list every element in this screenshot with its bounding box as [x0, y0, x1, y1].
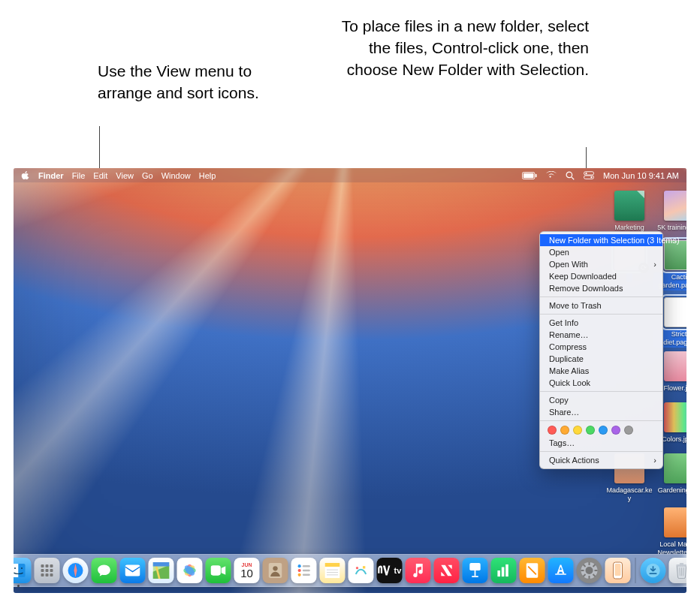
menubar-clock[interactable]: Mon Jun 10 9:41 AM [603, 171, 679, 180]
menu-item-open-with[interactable]: Open With [540, 258, 662, 270]
dock-safari[interactable] [63, 558, 89, 583]
file-5k-training[interactable]: 5K training.jpg [653, 191, 686, 233]
svg-line-70 [680, 567, 680, 576]
svg-point-3 [566, 172, 572, 178]
svg-point-9 [14, 567, 16, 569]
dock-launchpad[interactable] [35, 558, 60, 583]
dock-photos[interactable] [177, 558, 203, 583]
svg-line-72 [683, 567, 684, 576]
callout-leader-line [99, 126, 100, 168]
svg-point-55 [586, 567, 593, 574]
dock-news[interactable] [434, 558, 460, 583]
svg-rect-14 [41, 569, 44, 572]
svg-rect-15 [46, 569, 49, 572]
menu-item-new-folder-with-selection[interactable]: New Folder with Selection (3 Items) [540, 234, 662, 246]
dock-iphone-mirroring[interactable] [605, 558, 631, 583]
battery-icon[interactable] [522, 172, 537, 179]
svg-rect-38 [325, 563, 340, 567]
dock-finder[interactable] [14, 558, 32, 583]
svg-rect-19 [50, 573, 53, 576]
dock-appstore[interactable] [548, 558, 574, 583]
svg-rect-51 [505, 564, 508, 576]
menu-item-open[interactable]: Open [540, 246, 662, 258]
svg-rect-69 [680, 563, 683, 564]
dock-pages[interactable] [520, 558, 545, 583]
dock-tv[interactable]: tv [377, 558, 403, 583]
menu-view[interactable]: View [116, 171, 134, 180]
menu-item-quick-actions[interactable]: Quick Actions [540, 454, 662, 466]
dock-maps[interactable] [149, 558, 174, 583]
menu-item-move-to-trash[interactable]: Move to Trash [540, 300, 662, 312]
apple-logo-icon[interactable] [21, 171, 30, 180]
dock-music[interactable] [406, 558, 431, 583]
svg-rect-16 [50, 569, 53, 572]
dock-freeform[interactable] [348, 558, 374, 583]
dock: JUN 10 tv [14, 554, 686, 587]
menubar-app-name[interactable]: Finder [38, 171, 64, 180]
spotlight-icon[interactable] [566, 171, 575, 180]
svg-rect-43 [354, 563, 369, 578]
dock-trash[interactable] [669, 558, 687, 583]
menu-item-rename[interactable]: Rename… [540, 329, 662, 341]
menu-go[interactable]: Go [142, 171, 153, 180]
wifi-icon[interactable] [546, 171, 557, 179]
menu-item-copy[interactable]: Copy [540, 394, 662, 406]
dock-messages[interactable] [92, 558, 117, 583]
menu-help[interactable]: Help [199, 171, 216, 180]
menu-item-compress[interactable]: Compress [540, 341, 662, 353]
svg-point-8 [590, 176, 592, 178]
menu-item-quick-look[interactable]: Quick Look [540, 377, 662, 389]
svg-rect-49 [497, 570, 500, 576]
dock-reminders[interactable] [291, 558, 317, 583]
menu-item-get-info[interactable]: Get Info [540, 317, 662, 329]
annotation-callouts: Use the View menu to arrange and sort ic… [0, 0, 700, 168]
tag-color-dot[interactable] [573, 426, 582, 435]
dock-downloads[interactable] [641, 558, 666, 583]
svg-rect-17 [41, 573, 44, 576]
dock-keynote[interactable] [463, 558, 488, 583]
menu-edit[interactable]: Edit [93, 171, 107, 180]
dock-numbers[interactable] [491, 558, 517, 583]
tag-color-dot[interactable] [599, 426, 608, 435]
tag-color-dot[interactable] [560, 426, 569, 435]
menu-item-tags[interactable]: Tags… [540, 437, 662, 449]
file-newsletter[interactable]: Local Market Newsletter.pdf [653, 507, 686, 558]
context-menu: New Folder with Selection (3 Items) Open… [539, 231, 663, 469]
menu-file[interactable]: File [72, 171, 86, 180]
svg-point-34 [298, 569, 301, 572]
menu-window[interactable]: Window [161, 171, 191, 180]
svg-rect-13 [50, 564, 53, 567]
dock-contacts[interactable] [263, 558, 288, 583]
dock-calendar[interactable]: JUN 10 [234, 558, 260, 583]
svg-rect-1 [523, 173, 534, 177]
dock-system-settings[interactable] [577, 558, 602, 583]
mac-desktop[interactable]: Finder File Edit View Go Window Help Mon… [14, 168, 686, 593]
svg-rect-2 [536, 173, 537, 177]
tag-color-dot[interactable] [548, 426, 557, 435]
dock-mail[interactable] [120, 558, 146, 583]
svg-point-31 [273, 566, 277, 570]
svg-rect-12 [46, 564, 49, 567]
dock-separator [635, 558, 636, 583]
svg-point-10 [21, 567, 23, 569]
tag-color-dot[interactable] [624, 426, 633, 435]
tag-color-dot[interactable] [586, 426, 595, 435]
svg-rect-37 [303, 574, 310, 576]
dock-notes[interactable] [320, 558, 345, 583]
svg-point-32 [298, 564, 301, 567]
menubar: Finder File Edit View Go Window Help Mon… [14, 168, 686, 182]
tag-color-dot[interactable] [611, 426, 620, 435]
menu-tag-colors[interactable] [540, 423, 662, 437]
control-center-icon[interactable] [584, 171, 594, 179]
svg-rect-45 [363, 566, 365, 568]
menu-item-share[interactable]: Share… [540, 406, 662, 418]
dock-facetime[interactable] [206, 558, 231, 583]
svg-rect-50 [502, 567, 505, 577]
menu-item-make-alias[interactable]: Make Alias [540, 365, 662, 377]
svg-point-44 [356, 567, 358, 569]
svg-rect-24 [125, 565, 140, 576]
svg-rect-35 [303, 570, 310, 572]
menu-item-remove-downloads[interactable]: Remove Downloads [540, 282, 662, 294]
menu-item-keep-downloaded[interactable]: Keep Downloaded [540, 270, 662, 282]
menu-item-duplicate[interactable]: Duplicate [540, 353, 662, 365]
